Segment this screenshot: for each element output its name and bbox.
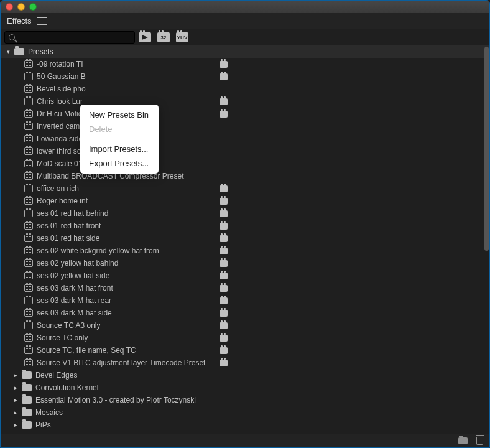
search-field[interactable] <box>17 34 131 41</box>
preset-item[interactable]: ses 03 dark M hat front <box>1 282 489 294</box>
preset-icon <box>24 322 33 329</box>
badge-icon <box>220 198 228 205</box>
preset-icon <box>24 98 33 105</box>
window-minimize-button[interactable] <box>17 3 25 11</box>
preset-icon <box>24 85 33 93</box>
chevron-right-icon: ▸ <box>13 385 18 391</box>
preset-item[interactable]: Bevel side pho <box>1 83 489 95</box>
preset-label: ses 02 yellow hat side <box>37 271 109 280</box>
badge-icon <box>220 185 228 192</box>
yuv-effects-toggle[interactable]: YUV <box>176 32 188 42</box>
preset-sub-bin[interactable]: ▸PiPs <box>1 419 489 431</box>
preset-label: Chris look Lur <box>37 97 83 106</box>
preset-item[interactable]: Roger home int <box>1 195 489 207</box>
preset-item[interactable]: ses 01 red hat front <box>1 220 489 232</box>
bin-icon <box>22 409 32 416</box>
panel-menu-icon[interactable] <box>37 17 47 25</box>
preset-item[interactable]: MoD scale 01 <box>1 157 489 170</box>
preset-badge <box>218 322 228 329</box>
bin-label: Convolution Kernel <box>35 383 98 392</box>
preset-item[interactable]: Inverted camera Flip Preset <box>1 120 489 133</box>
preset-sub-bin[interactable]: ▸Mosaics <box>1 406 489 419</box>
window-zoom-button[interactable] <box>29 3 37 11</box>
new-bin-icon[interactable] <box>458 437 468 444</box>
preset-item[interactable]: Sounce TC A3 only <box>1 319 489 332</box>
preset-icon <box>24 172 33 180</box>
context-menu-export-presets[interactable]: Export Presets... <box>80 156 159 170</box>
accelerated-effects-toggle[interactable] <box>139 32 151 42</box>
preset-icon <box>24 359 33 366</box>
32-bit-effects-toggle[interactable]: 32 <box>157 32 170 42</box>
preset-item[interactable]: ses 01 red hat behind <box>1 207 489 220</box>
preset-item[interactable]: Lowanda side angle for pic <box>1 133 489 145</box>
preset-item[interactable]: Dr H cu Motio <box>1 108 489 120</box>
preset-badge <box>218 98 228 105</box>
preset-icon <box>24 197 33 205</box>
badge-icon <box>220 235 228 242</box>
preset-item[interactable]: ses 01 red hat side <box>1 232 489 245</box>
preset-bin-root[interactable]: ▾Presets <box>1 45 489 58</box>
preset-icon <box>24 185 33 192</box>
preset-icon <box>24 222 33 230</box>
preset-label: Source TC only <box>37 334 88 342</box>
preset-item[interactable]: Source TC only <box>1 332 489 344</box>
preset-label: Sounce TC A3 only <box>37 321 101 330</box>
panel-footer <box>1 434 489 447</box>
search-input[interactable] <box>4 31 135 44</box>
chevron-right-icon: ▸ <box>13 372 18 378</box>
preset-item[interactable]: Multiband BROADCAST Compressor Preset <box>1 170 489 182</box>
preset-item[interactable]: ses 02 yellow hat side <box>1 269 489 282</box>
bin-label: PiPs <box>35 421 51 429</box>
preset-label: 50 Gaussian B <box>37 72 86 81</box>
preset-item[interactable]: ses 03 dark M hat side <box>1 307 489 319</box>
preset-item[interactable]: Source V1 BITC adjustment layer Timecode… <box>1 357 489 369</box>
badge-icon <box>220 360 228 366</box>
preset-label: ses 02 yellow hat bahind <box>37 259 118 268</box>
bin-label: Essential Motion 3.0 - created by Piotr … <box>35 396 196 404</box>
preset-item[interactable]: lower third scale lower left <box>1 145 489 157</box>
preset-item[interactable]: ses 02 yellow hat bahind <box>1 257 489 269</box>
bin-label: Bevel Edges <box>35 371 77 380</box>
context-menu-new-presets-bin[interactable]: New Presets Bin <box>80 108 159 122</box>
bin-icon <box>22 371 32 379</box>
preset-item[interactable]: office on rich <box>1 182 489 195</box>
preset-label: Bevel side pho <box>37 85 86 93</box>
preset-badge <box>218 273 228 279</box>
preset-icon <box>24 210 33 217</box>
panel-title: Effects <box>7 16 32 26</box>
preset-item[interactable]: Chris look Lur <box>1 95 489 108</box>
badge-icon <box>220 223 228 230</box>
preset-sub-bin[interactable]: ▸Bevel Edges <box>1 369 489 381</box>
preset-item[interactable]: ses 03 dark M hat rear <box>1 294 489 307</box>
preset-label: -09 rotation TI <box>37 60 83 68</box>
preset-item[interactable]: 50 Gaussian B <box>1 70 489 83</box>
window-close-button[interactable] <box>6 3 13 11</box>
delete-icon[interactable] <box>476 437 483 445</box>
preset-label: ses 02 white bckgrnd yellow hat from <box>37 246 159 255</box>
preset-label: Source V1 BITC adjustment layer Timecode… <box>37 358 205 367</box>
preset-badge <box>218 285 228 292</box>
badge-icon <box>220 61 228 68</box>
preset-label: ses 03 dark M hat side <box>37 309 112 317</box>
preset-item[interactable]: Source TC, file name, Seq TC <box>1 344 489 357</box>
preset-item[interactable]: ses 02 white bckgrnd yellow hat from <box>1 245 489 257</box>
badge-icon <box>220 297 228 304</box>
context-menu: New Presets Bin Delete Import Presets...… <box>80 105 159 174</box>
preset-badge <box>218 111 228 118</box>
scrollbar[interactable] <box>484 47 489 432</box>
badge-icon <box>220 347 228 354</box>
preset-sub-bin[interactable]: ▸Convolution Kernel <box>1 381 489 394</box>
preset-icon <box>24 60 33 68</box>
context-menu-import-presets[interactable]: Import Presets... <box>80 142 159 156</box>
context-menu-separator <box>80 139 159 139</box>
scrollbar-thumb[interactable] <box>484 47 489 251</box>
preset-sub-bin[interactable]: ▸Essential Motion 3.0 - created by Piotr… <box>1 394 489 406</box>
badge-icon <box>220 210 228 217</box>
preset-icon <box>24 235 33 242</box>
preset-badge <box>218 210 228 217</box>
preset-badge <box>218 73 228 80</box>
context-menu-delete: Delete <box>80 122 159 136</box>
preset-badge <box>218 198 228 205</box>
effects-list: ▾Presets-09 rotation TI50 Gaussian BBeve… <box>1 45 489 434</box>
preset-item[interactable]: -09 rotation TI <box>1 58 489 70</box>
